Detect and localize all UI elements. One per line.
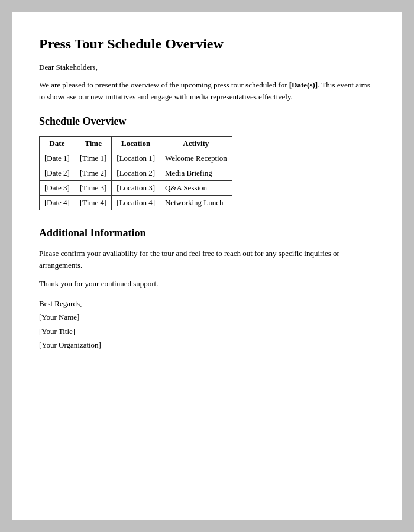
table-cell: [Location 1] xyxy=(112,151,160,166)
schedule-heading: Schedule Overview xyxy=(39,115,375,128)
table-row: [Date 1][Time 1][Location 1]Welcome Rece… xyxy=(40,151,232,166)
closing-name: [Your Name] xyxy=(39,310,375,324)
table-cell: [Date 4] xyxy=(40,196,75,210)
salutation: Dear Stakeholders, xyxy=(39,63,375,72)
additional-info-heading: Additional Information xyxy=(39,227,375,239)
table-cell: Q&A Session xyxy=(160,181,232,196)
col-header-location: Location xyxy=(112,137,160,151)
table-cell: [Time 4] xyxy=(75,196,111,210)
table-cell: [Date 1] xyxy=(40,151,75,166)
thank-you-text: Thank you for your continued support. xyxy=(39,279,375,288)
table-cell: [Time 2] xyxy=(75,166,111,181)
table-cell: [Time 3] xyxy=(75,181,111,196)
schedule-table: Date Time Location Activity [Date 1][Tim… xyxy=(39,136,232,210)
table-cell: [Location 3] xyxy=(112,181,160,196)
table-cell: [Location 4] xyxy=(112,196,160,210)
table-cell: [Date 2] xyxy=(40,166,75,181)
closing-title: [Your Title] xyxy=(39,325,375,338)
table-cell: [Time 1] xyxy=(75,151,111,166)
additional-info-paragraph: Please confirm your availability for the… xyxy=(39,248,375,271)
table-row: [Date 3][Time 3][Location 3]Q&A Session xyxy=(40,181,232,196)
col-header-time: Time xyxy=(75,137,111,151)
document-container: Press Tour Schedule Overview Dear Stakeh… xyxy=(12,12,402,520)
table-cell: Welcome Reception xyxy=(160,151,232,166)
closing-organization: [Your Organization] xyxy=(39,338,375,352)
col-header-date: Date xyxy=(40,137,75,151)
table-row: [Date 4][Time 4][Location 4]Networking L… xyxy=(40,196,232,210)
document-title: Press Tour Schedule Overview xyxy=(39,36,375,52)
closing-block: Best Regards, [Your Name] [Your Title] [… xyxy=(39,297,375,352)
intro-paragraph: We are pleased to present the overview o… xyxy=(39,79,375,102)
table-cell: [Date 3] xyxy=(40,181,75,196)
closing-regards: Best Regards, xyxy=(39,297,375,310)
table-cell: Media Briefing xyxy=(160,166,232,181)
table-cell: [Location 2] xyxy=(112,166,160,181)
col-header-activity: Activity xyxy=(160,137,232,151)
table-row: [Date 2][Time 2][Location 2]Media Briefi… xyxy=(40,166,232,181)
table-cell: Networking Lunch xyxy=(160,196,232,210)
